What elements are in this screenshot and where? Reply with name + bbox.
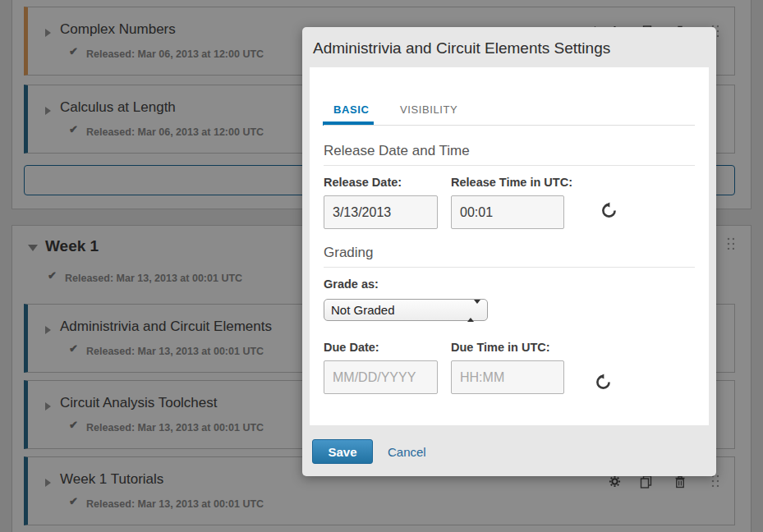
release-date-label: Release Date: bbox=[324, 176, 402, 189]
grade-as-label: Grade as: bbox=[324, 277, 379, 291]
due-date-input[interactable] bbox=[324, 360, 438, 394]
grade-select-wrap: Not Graded bbox=[324, 299, 488, 321]
due-date-label: Due Date: bbox=[324, 341, 379, 354]
tab-basic[interactable]: BASIC bbox=[333, 103, 369, 116]
grading-divider bbox=[324, 267, 695, 268]
modal-body: BASIC VISIBILITY Release Date and Time R… bbox=[310, 67, 709, 425]
release-time-label: Release Time in UTC: bbox=[451, 176, 572, 189]
cancel-link[interactable]: Cancel bbox=[388, 445, 426, 459]
due-time-input[interactable] bbox=[451, 360, 564, 394]
modal-title: Administrivia and Circuit Elements Setti… bbox=[313, 27, 610, 67]
grade-as-select[interactable]: Not Graded bbox=[324, 299, 488, 321]
release-section-heading: Release Date and Time bbox=[324, 143, 470, 159]
tabs-divider bbox=[324, 125, 695, 126]
reset-release-icon[interactable] bbox=[600, 202, 618, 219]
grading-section-heading: Grading bbox=[324, 245, 373, 261]
tab-visibility[interactable]: VISIBILITY bbox=[400, 103, 457, 116]
due-time-label: Due Time in UTC: bbox=[451, 341, 550, 354]
release-time-input[interactable] bbox=[451, 195, 564, 229]
release-divider bbox=[324, 165, 695, 166]
subsection-settings-modal: Administrivia and Circuit Elements Setti… bbox=[302, 27, 716, 476]
reset-due-icon[interactable] bbox=[595, 374, 612, 391]
save-button[interactable]: Save bbox=[312, 439, 373, 464]
release-date-input[interactable] bbox=[324, 195, 438, 229]
